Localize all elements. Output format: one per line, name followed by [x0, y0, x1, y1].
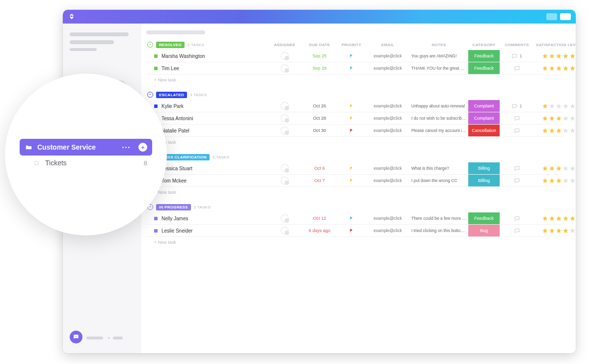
assignee-avatar[interactable] — [281, 127, 289, 134]
notes-cell: Unhappy about auto-renewal — [409, 104, 468, 108]
comments-cell[interactable] — [500, 228, 534, 234]
comments-cell[interactable]: 1 — [500, 53, 534, 59]
collapse-toggle[interactable] — [147, 92, 153, 98]
collapse-toggle[interactable] — [147, 42, 153, 48]
satisfaction-stars[interactable] — [534, 165, 576, 172]
comments-cell[interactable] — [500, 215, 534, 222]
task-row[interactable]: Tom Mckee Oct 7 example@click I put down… — [146, 175, 563, 187]
task-row[interactable]: Kylie Park Oct 26 example@click Unhappy … — [146, 100, 563, 112]
notes-cell: You guys are AMAZING! — [409, 53, 468, 58]
due-date[interactable]: Oct 6 — [302, 166, 337, 171]
priority-flag[interactable] — [337, 66, 366, 71]
task-name: Tim Lee — [161, 66, 179, 71]
satisfaction-stars[interactable] — [534, 228, 576, 234]
group-header: NEEDS CLARIFICATION 2 TASKS — [146, 152, 563, 162]
category-chip[interactable]: Feedback — [468, 62, 500, 74]
assignee-avatar[interactable] — [281, 164, 289, 172]
comments-cell[interactable] — [500, 128, 534, 134]
new-task-button[interactable]: + New task — [146, 237, 563, 252]
comments-cell[interactable] — [500, 178, 534, 184]
status-square-icon — [154, 54, 158, 58]
due-date[interactable]: Sep 25 — [302, 53, 337, 58]
task-row[interactable]: Tessa Antonini Oct 28 example@click I do… — [146, 112, 563, 125]
task-name: Tom Mckee — [161, 178, 187, 183]
add-button[interactable]: + — [138, 143, 147, 152]
assignee-avatar[interactable] — [281, 102, 289, 110]
list-count: 8 — [144, 159, 147, 167]
due-date[interactable]: Oct 7 — [302, 178, 337, 183]
due-date[interactable]: Oct 26 — [302, 104, 337, 108]
due-date[interactable]: Sep 29 — [302, 66, 337, 71]
comments-cell[interactable] — [500, 115, 534, 122]
task-row[interactable]: Jessica Stuart Oct 6 example@click What … — [146, 162, 563, 175]
satisfaction-stars[interactable] — [534, 65, 576, 72]
status-pill[interactable]: ESCALATED — [156, 92, 187, 98]
notes-cell: I tried clicking on this button… — [409, 228, 468, 233]
email-cell: example@click — [366, 128, 409, 133]
due-date[interactable]: 6 days ago — [302, 228, 337, 233]
priority-flag[interactable] — [337, 116, 366, 121]
new-task-button[interactable]: + New task — [146, 75, 563, 89]
col-assignee: ASSIGNEE — [267, 43, 302, 47]
task-row[interactable]: Leslie Sneider 6 days ago example@click … — [146, 225, 563, 237]
category-chip[interactable]: Billing — [468, 162, 500, 174]
due-date[interactable]: Oct 30 — [302, 128, 337, 133]
task-row[interactable]: Tim Lee Sep 29 example@click THANK YOU f… — [146, 62, 563, 75]
sidebar-item-customer-service[interactable]: Customer Service + — [20, 139, 152, 156]
due-date[interactable]: Oct 28 — [302, 116, 337, 121]
comments-cell[interactable]: 1 — [500, 103, 534, 109]
chat-button[interactable] — [70, 331, 82, 343]
notes-cell: Please cancel my account im… — [409, 128, 468, 133]
assignee-avatar[interactable] — [281, 52, 289, 60]
satisfaction-stars[interactable] — [534, 215, 576, 222]
category-chip[interactable]: Complaint — [468, 112, 500, 124]
category-chip[interactable]: Billing — [468, 175, 500, 186]
priority-flag[interactable] — [337, 178, 366, 183]
task-row[interactable]: Nelly James Oct 12 example@click There c… — [146, 212, 563, 225]
email-cell: example@click — [366, 66, 409, 71]
notes-cell: I do not wish to be subscribe… — [409, 116, 468, 121]
priority-flag[interactable] — [337, 104, 366, 108]
assignee-avatar[interactable] — [281, 177, 289, 184]
assignee-avatar[interactable] — [281, 214, 289, 222]
priority-flag[interactable] — [337, 53, 366, 58]
priority-flag[interactable] — [337, 228, 366, 233]
task-row[interactable]: Marsha Washington Sep 25 example@click Y… — [146, 50, 563, 62]
due-date[interactable]: Oct 12 — [302, 216, 337, 221]
priority-flag[interactable] — [337, 128, 366, 133]
satisfaction-stars[interactable] — [534, 178, 576, 184]
new-task-button[interactable]: + New task — [146, 187, 563, 202]
col-satisfaction: SATISFACTION LEVEL — [534, 43, 576, 47]
comments-cell[interactable] — [500, 65, 534, 72]
priority-flag[interactable] — [337, 216, 366, 221]
placeholder — [70, 32, 129, 36]
comments-cell[interactable] — [500, 165, 534, 172]
status-pill[interactable]: RESOLVED — [156, 42, 185, 48]
category-chip[interactable]: Feedback — [468, 50, 500, 62]
notes-cell: What is this charge? — [409, 166, 468, 171]
assignee-avatar[interactable] — [281, 64, 289, 72]
satisfaction-stars[interactable] — [534, 128, 576, 134]
header-slot[interactable] — [560, 13, 571, 20]
header-slot[interactable] — [546, 13, 557, 20]
assignee-avatar[interactable] — [281, 227, 289, 234]
status-pill[interactable]: IN PROGRESS — [156, 204, 191, 210]
satisfaction-stars[interactable] — [534, 115, 576, 122]
category-chip[interactable]: Feedback — [468, 212, 500, 224]
sidebar-item-tickets[interactable]: Tickets 8 — [20, 156, 152, 170]
more-icon[interactable] — [122, 147, 130, 148]
email-cell: example@click — [366, 116, 409, 121]
assignee-avatar[interactable] — [281, 114, 289, 122]
category-chip[interactable]: Cancellation — [468, 125, 500, 136]
category-chip[interactable]: Bug — [468, 225, 500, 236]
email-cell: example@click — [366, 228, 409, 233]
sidebar-preview-callout: Customer Service + Tickets 8 — [5, 74, 167, 235]
satisfaction-stars[interactable] — [534, 53, 576, 59]
new-task-button[interactable]: + New task — [146, 137, 563, 152]
group-header: RESOLVED 2 TASKS ASSIGNEE DUE DATE PRIOR… — [146, 39, 563, 50]
task-row[interactable]: Natalie Patel Oct 30 example@click Pleas… — [146, 125, 563, 137]
task-count: 2 TASKS — [194, 205, 211, 209]
priority-flag[interactable] — [337, 166, 366, 171]
category-chip[interactable]: Complaint — [468, 100, 500, 112]
satisfaction-stars[interactable] — [534, 103, 576, 109]
